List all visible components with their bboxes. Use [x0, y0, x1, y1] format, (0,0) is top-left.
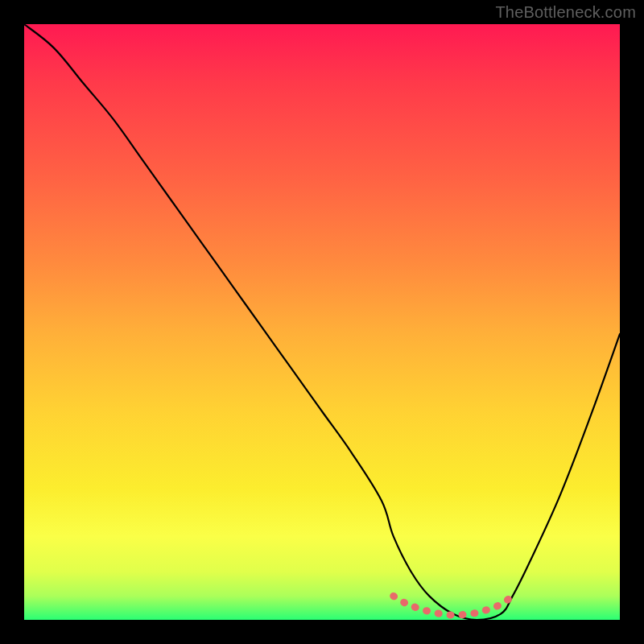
chart-canvas: TheBottleneck.com: [0, 0, 644, 644]
chart-svg: [24, 24, 620, 620]
attribution-text: TheBottleneck.com: [495, 3, 636, 22]
plot-area: [24, 24, 620, 620]
bottleneck-curve: [24, 24, 620, 620]
optimal-zone-marker: [394, 596, 513, 615]
